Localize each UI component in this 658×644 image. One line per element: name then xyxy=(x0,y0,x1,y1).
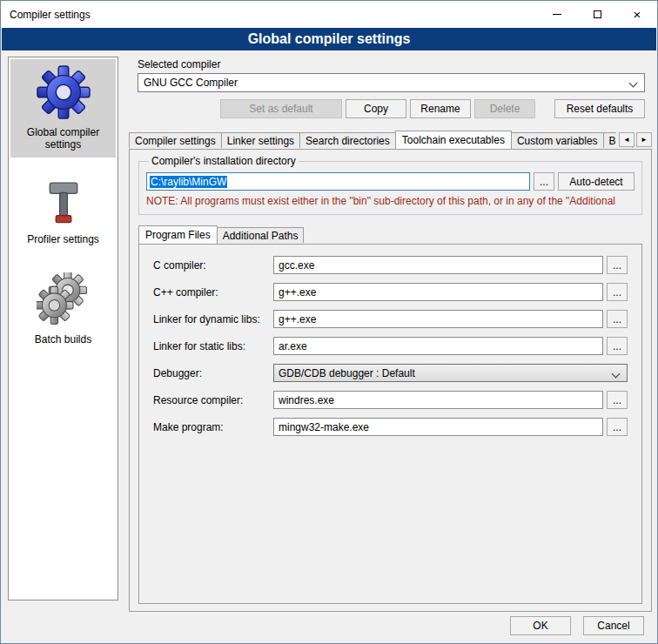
static-linker-row: Linker for static libs: ar.exe ... xyxy=(153,337,628,355)
browse-button[interactable]: ... xyxy=(607,391,628,409)
tab-scroll-right-icon[interactable]: ► xyxy=(636,132,652,147)
dialog-header: Global compiler settings xyxy=(2,28,656,50)
selected-compiler-value: GNU GCC Compiler xyxy=(144,77,238,89)
rename-button[interactable]: Rename xyxy=(410,99,471,118)
tab-toolchain-executables[interactable]: Toolchain executables xyxy=(395,131,512,149)
cpp-compiler-label: C++ compiler: xyxy=(153,286,273,299)
sidebar-item-label: Profiler settings xyxy=(27,233,99,245)
browse-directory-button[interactable]: ... xyxy=(534,172,554,191)
selected-compiler-label: Selected compiler xyxy=(138,58,220,70)
minimize-button[interactable] xyxy=(537,1,577,28)
debugger-label: Debugger: xyxy=(153,367,273,379)
c-compiler-row: C compiler: gcc.exe ... xyxy=(153,256,628,274)
resource-compiler-input[interactable]: windres.exe xyxy=(273,391,603,409)
browse-button[interactable]: ... xyxy=(607,283,628,301)
installation-directory-group-title: Compiler's installation directory xyxy=(149,155,299,167)
set-as-default-button[interactable]: Set as default xyxy=(220,99,342,118)
reset-defaults-button[interactable]: Reset defaults xyxy=(554,99,645,118)
cpp-compiler-input[interactable]: g++.exe xyxy=(273,283,603,301)
resource-compiler-label: Resource compiler: xyxy=(153,394,273,406)
window-title: Compiler settings xyxy=(1,9,91,21)
toolchain-executables-panel: Compiler's installation directory C:\ray… xyxy=(129,149,652,612)
program-subtabs: Program Files Additional Paths xyxy=(138,225,642,244)
dialog-footer: OK Cancel xyxy=(510,616,644,635)
debugger-row: Debugger: GDB/CDB debugger : Default xyxy=(153,364,628,382)
installation-note: NOTE: All programs must exist either in … xyxy=(146,195,634,207)
gear-icon xyxy=(37,65,91,119)
c-compiler-label: C compiler: xyxy=(153,259,273,272)
browse-button[interactable]: ... xyxy=(607,256,628,274)
resource-compiler-row: Resource compiler: windres.exe ... xyxy=(153,391,628,409)
tab-scroll-left-icon[interactable]: ◄ xyxy=(619,132,634,147)
dynamic-linker-input[interactable]: g++.exe xyxy=(273,310,603,328)
tab-scroll-buttons: ◄ ► xyxy=(616,132,652,147)
close-button[interactable]: × xyxy=(617,1,657,28)
profiler-tool-icon xyxy=(39,178,88,226)
browse-button[interactable]: ... xyxy=(607,337,628,355)
browse-button[interactable]: ... xyxy=(607,310,628,328)
make-program-label: Make program: xyxy=(153,421,273,433)
tab-compiler-settings[interactable]: Compiler settings xyxy=(129,132,222,148)
autodetect-button[interactable]: Auto-detect xyxy=(558,172,634,191)
compiler-actions: Set as default Copy Rename Delete Reset … xyxy=(138,99,645,118)
sidebar-item-profiler-settings[interactable]: Profiler settings xyxy=(10,171,116,252)
installation-directory-group: Compiler's installation directory C:\ray… xyxy=(138,155,642,215)
cpp-compiler-row: C++ compiler: g++.exe ... xyxy=(153,283,628,301)
settings-category-list: Global compiler settings Profiler settin… xyxy=(8,57,118,600)
debugger-combobox[interactable]: GDB/CDB debugger : Default xyxy=(273,364,628,382)
maximize-button[interactable] xyxy=(577,1,617,28)
chevron-down-icon xyxy=(612,370,621,379)
sidebar-item-label: Batch builds xyxy=(35,333,91,345)
static-linker-label: Linker for static libs: xyxy=(153,340,273,352)
close-icon: × xyxy=(634,8,641,21)
browse-button[interactable]: ... xyxy=(607,418,628,436)
program-files-panel: C compiler: gcc.exe ... C++ compiler: g+… xyxy=(138,244,642,604)
copy-button[interactable]: Copy xyxy=(346,99,406,118)
tab-custom-variables[interactable]: Custom variables xyxy=(511,132,604,148)
maximize-icon xyxy=(594,10,601,18)
installation-directory-row: C:\raylib\MinGW ... Auto-detect xyxy=(146,172,634,191)
dynamic-linker-label: Linker for dynamic libs: xyxy=(153,313,273,325)
settings-tabstrip: Compiler settings Linker settings Search… xyxy=(129,131,652,149)
debugger-value: GDB/CDB debugger : Default xyxy=(279,367,415,379)
installation-directory-value: C:\raylib\MinGW xyxy=(150,176,227,188)
sidebar-item-batch-builds[interactable]: Batch builds xyxy=(10,266,116,352)
ok-button[interactable]: OK xyxy=(510,616,571,635)
caption-buttons: × xyxy=(537,1,657,28)
subtab-additional-paths[interactable]: Additional Paths xyxy=(217,227,305,243)
tab-search-directories[interactable]: Search directories xyxy=(299,132,396,148)
tab-linker-settings[interactable]: Linker settings xyxy=(221,132,300,148)
chevron-down-icon xyxy=(629,79,638,88)
static-linker-input[interactable]: ar.exe xyxy=(273,337,603,355)
make-program-row: Make program: mingw32-make.exe ... xyxy=(153,418,628,436)
minimize-icon xyxy=(553,14,561,15)
subtab-program-files[interactable]: Program Files xyxy=(138,225,218,244)
sidebar-item-label: Global compiler settings xyxy=(12,126,114,151)
compiler-settings-window: Compiler settings × Global compiler sett… xyxy=(0,0,658,644)
selected-compiler-combobox[interactable]: GNU GCC Compiler xyxy=(138,73,645,92)
dynamic-linker-row: Linker for dynamic libs: g++.exe ... xyxy=(153,310,628,328)
make-program-input[interactable]: mingw32-make.exe xyxy=(273,418,603,436)
delete-button[interactable]: Delete xyxy=(474,99,535,118)
titlebar: Compiler settings × xyxy=(1,1,657,28)
installation-directory-input[interactable]: C:\raylib\MinGW xyxy=(146,172,530,191)
batch-gears-icon xyxy=(37,272,91,326)
cancel-button[interactable]: Cancel xyxy=(583,616,644,635)
sidebar-item-global-compiler-settings[interactable]: Global compiler settings xyxy=(10,59,116,158)
c-compiler-input[interactable]: gcc.exe xyxy=(273,256,603,274)
